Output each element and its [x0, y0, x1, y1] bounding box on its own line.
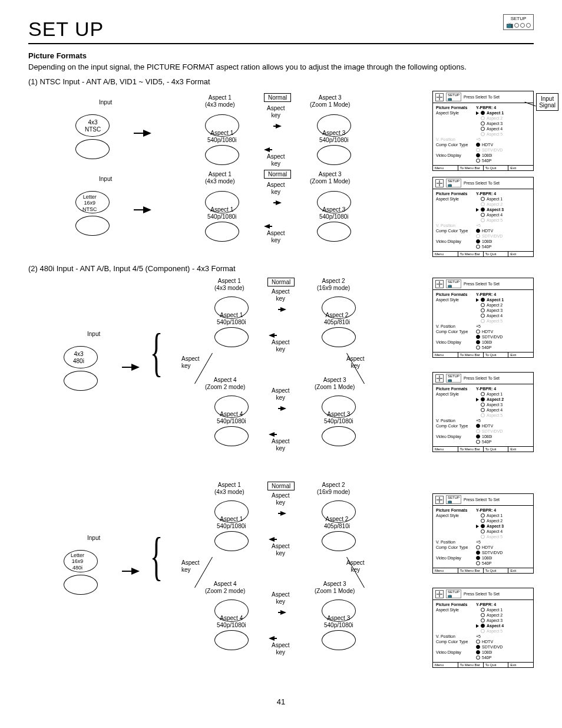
- arrow: [131, 364, 140, 371]
- a1-4x3-label: Aspect 1 (4x3 mode): [214, 482, 244, 495]
- aspect-key-label: Aspect key: [272, 387, 290, 401]
- osd-6: SETUP📺Press Select To Set Picture Format…: [432, 588, 534, 668]
- setup-icon: SETUP 📺: [503, 14, 534, 30]
- arrow: [143, 206, 151, 213]
- aspect-key-label: Aspect key: [267, 105, 285, 118]
- sub-oval: [64, 371, 98, 391]
- letter169ntsc-label: Letter 16x9 NTSC: [82, 194, 97, 212]
- a2-405-label: Aspect 2 405p/810i: [324, 312, 350, 325]
- a2-169-label: Aspect 2 (16x9 mode): [317, 482, 350, 495]
- input-label: Input: [99, 99, 112, 106]
- a1-540-label: Aspect 1 540p/1080i: [217, 516, 246, 529]
- a4-zoom2-label: Aspect 4 (Zoom 2 mode): [205, 581, 245, 594]
- page-number: 41: [28, 697, 534, 706]
- a3-540-label: Aspect 3 540p/1080i: [324, 615, 353, 628]
- oval: [214, 327, 249, 347]
- sub-oval: [75, 216, 110, 236]
- a1-4x3-label: Aspect 1 (4x3 mode): [205, 94, 235, 108]
- input-signal-label: Input Signal: [536, 93, 558, 111]
- a1-540-label: Aspect 1 540p/1080i: [207, 130, 237, 143]
- osd-1: SETUP📺Press Select To Set Picture Format…: [432, 91, 534, 171]
- item-2: (2) 480i Input - ANT A/B, Input 4/5 (Com…: [28, 264, 534, 273]
- aspect-key-label: Aspect key: [181, 355, 200, 369]
- arrow: [264, 224, 270, 229]
- aspect-key-label: Aspect key: [272, 438, 290, 452]
- oval: [214, 426, 249, 446]
- oval: [317, 145, 351, 165]
- flow-480i-4x3: Input 4x3 480i { Aspect 1 (4x3 mode) Asp…: [28, 278, 534, 478]
- a3-zoom1-label: Aspect 3 (Zoom 1 Mode): [310, 171, 350, 185]
- normal-tag: Normal: [264, 93, 291, 102]
- a1-540-label: Aspect 1 540p/1080i: [207, 206, 237, 220]
- oval: [317, 222, 351, 242]
- a2-169-label: Aspect 2 (16x9 mode): [317, 278, 350, 291]
- oval: [214, 630, 249, 650]
- arrow: [269, 432, 275, 437]
- 480iletter-label: Letter 16x9 480i: [71, 552, 84, 571]
- osd-2: SETUP📺Press Select To Set Picture Format…: [432, 177, 534, 257]
- section-heading: Picture Formats: [28, 51, 534, 60]
- a3-540-label: Aspect 3 540p/1080i: [319, 130, 349, 143]
- title-rule: [28, 43, 534, 44]
- a2-405-label: Aspect 2 405p/810i: [324, 516, 350, 529]
- osd-3: SETUP📺Press Select To Set Picture Format…: [432, 278, 534, 358]
- item-1: (1) NTSC Input - ANT A/B, VID1 ~ VID5, -…: [28, 77, 534, 86]
- flow-ntsc: Input 4x3 NTSC Aspect 1 (4x3 mode) Aspec…: [28, 91, 534, 256]
- a3-540-label: Aspect 3 540p/1080i: [319, 206, 349, 220]
- aspect-key-label: Aspect key: [272, 288, 290, 302]
- a1-4x3-label: Aspect 1 (4x3 mode): [214, 278, 244, 291]
- normal-tag: Normal: [267, 278, 295, 286]
- arrow: [131, 568, 140, 575]
- a3-540-label: Aspect 3 540p/1080i: [324, 411, 353, 424]
- oval: [322, 327, 356, 347]
- sub-oval: [75, 139, 110, 159]
- arrow: [280, 511, 286, 516]
- a3-zoom1-label: Aspect 3 (Zoom 1 Mode): [310, 94, 350, 108]
- a1-4x3-label: Aspect 1 (4x3 mode): [205, 171, 235, 185]
- aspect-key-label: Aspect key: [267, 153, 285, 167]
- sub-oval: [64, 575, 98, 595]
- arrow: [276, 200, 282, 205]
- page-title: SET UP: [28, 18, 534, 41]
- oval: [322, 531, 356, 551]
- arrow: [269, 636, 275, 641]
- a4-540-label: Aspect 4 540p/1080i: [217, 615, 246, 628]
- oval: [322, 630, 356, 650]
- input-label: Input: [87, 331, 100, 338]
- flow-480i-letter: Input Letter 16x9 480i { Aspect 1 (4x3 m…: [28, 482, 534, 682]
- a4-zoom2-label: Aspect 4 (Zoom 2 mode): [205, 377, 245, 390]
- 480i43-label: 4x3 480i: [73, 351, 84, 364]
- arrow: [280, 610, 286, 615]
- aspect-key-label: Aspect key: [272, 642, 290, 655]
- aspect-key-label: Aspect key: [272, 543, 290, 556]
- normal-tag: Normal: [267, 482, 295, 490]
- oval: [205, 145, 239, 165]
- oval: [322, 426, 356, 446]
- input-label: Input: [99, 176, 112, 183]
- arrow: [269, 333, 275, 338]
- osd-4: SETUP📺Press Select To Set Picture Format…: [432, 372, 534, 452]
- aspect-key-label: Aspect key: [181, 559, 200, 573]
- ntsc43-label: 4x3 NTSC: [85, 119, 101, 133]
- arrow: [143, 130, 151, 137]
- a1-540-label: Aspect 1 540p/1080i: [217, 312, 246, 325]
- a3-zoom1-label: Aspect 3 (Zoom 1 Mode): [315, 581, 355, 594]
- section-desc: Depending on the input signal, the PICTU…: [28, 62, 534, 71]
- a4-540-label: Aspect 4 540p/1080i: [217, 411, 246, 424]
- arrow: [264, 147, 270, 152]
- aspect-key-label: Aspect key: [272, 339, 290, 353]
- oval: [205, 222, 239, 242]
- aspect-key-label: Aspect key: [267, 182, 285, 195]
- aspect-key-label: Aspect key: [267, 230, 285, 243]
- a3-zoom1-label: Aspect 3 (Zoom 1 Mode): [315, 377, 355, 390]
- aspect-key-label: Aspect key: [272, 492, 290, 506]
- oval: [214, 531, 249, 551]
- arrow: [280, 307, 286, 312]
- input-label: Input: [87, 535, 100, 542]
- arrow: [276, 124, 282, 129]
- arrow: [280, 406, 286, 411]
- normal-tag: Normal: [264, 170, 291, 179]
- aspect-key-label: Aspect key: [272, 591, 290, 605]
- osd-5: SETUP📺Press Select To Set Picture Format…: [432, 493, 534, 574]
- arrow: [269, 537, 275, 542]
